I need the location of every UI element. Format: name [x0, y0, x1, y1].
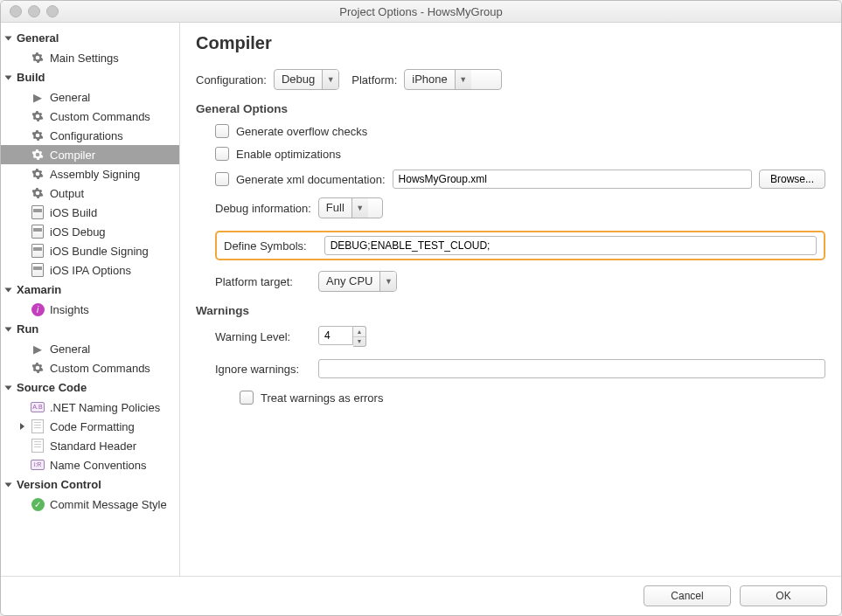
debug-info-value: Full: [319, 198, 351, 218]
sidebar-item-ios-debug[interactable]: iOS Debug: [1, 222, 179, 241]
platform-label: Platform:: [351, 73, 397, 87]
chevron-down-icon: ▼: [353, 337, 365, 347]
sidebar-item-ios-build[interactable]: iOS Build: [1, 203, 179, 222]
configuration-label: Configuration:: [196, 73, 267, 87]
naming-icon: A.B: [31, 400, 45, 414]
options-sidebar: General Main Settings Build ▶ General Cu…: [1, 23, 180, 576]
insights-icon: i: [31, 302, 45, 316]
chevron-down-icon: ▼: [322, 70, 338, 89]
gear-icon: [31, 128, 45, 142]
sidebar-item-label: Assembly Signing: [50, 168, 140, 181]
sidebar-item-label: Insights: [50, 303, 89, 316]
dialog-footer: Cancel OK: [1, 576, 841, 615]
sidebar-item-ios-bundle-signing[interactable]: iOS Bundle Signing: [1, 241, 179, 260]
sidebar-item-label: Standard Header: [50, 440, 136, 453]
define-symbols-highlight: Define Symbols:: [215, 231, 825, 260]
platform-select[interactable]: iPhone ▼: [404, 69, 502, 90]
sidebar-item-label: Custom Commands: [50, 110, 150, 123]
gear-icon: [31, 167, 45, 181]
sidebar-item-insights[interactable]: i Insights: [1, 300, 179, 319]
define-symbols-input[interactable]: [324, 236, 817, 255]
browse-button[interactable]: Browse...: [759, 170, 825, 189]
cancel-button[interactable]: Cancel: [644, 585, 731, 606]
overflow-checks-label: Generate overflow checks: [236, 125, 367, 138]
sidebar-item-standard-header[interactable]: Standard Header: [1, 436, 179, 455]
window-title: Project Options - HowsMyGroup: [1, 5, 841, 18]
device-icon: [31, 205, 45, 219]
category-general[interactable]: General: [1, 28, 179, 48]
document-icon: [31, 419, 45, 433]
sidebar-item-label: Output: [50, 187, 84, 200]
gear-icon: [31, 109, 45, 123]
naming-icon: i:R: [31, 458, 45, 472]
sidebar-item-run-custom-commands[interactable]: Custom Commands: [1, 358, 179, 377]
sidebar-item-run-general[interactable]: ▶ General: [1, 339, 179, 358]
sidebar-item-label: Code Formatting: [50, 420, 135, 433]
enable-optimizations-checkbox[interactable]: [215, 147, 229, 161]
ignore-warnings-label: Ignore warnings:: [215, 363, 311, 376]
device-icon: [31, 244, 45, 258]
category-version-control[interactable]: Version Control: [1, 474, 179, 495]
chevron-down-icon: ▼: [379, 272, 396, 291]
sidebar-item-label: iOS IPA Options: [50, 264, 131, 277]
debug-info-label: Debug information:: [215, 202, 311, 215]
sidebar-item-label: Commit Message Style: [50, 498, 167, 511]
sidebar-item-label: General: [50, 343, 90, 356]
titlebar: Project Options - HowsMyGroup: [1, 1, 841, 23]
sidebar-item-name-conventions[interactable]: i:R Name Conventions: [1, 455, 179, 474]
sidebar-item-output[interactable]: Output: [1, 183, 179, 203]
overflow-checks-checkbox[interactable]: [215, 124, 229, 138]
define-symbols-label: Define Symbols:: [224, 239, 307, 253]
sidebar-item-label: Configurations: [50, 129, 123, 142]
configuration-select[interactable]: Debug ▼: [274, 69, 339, 90]
platform-value: iPhone: [405, 70, 454, 89]
sidebar-item-custom-commands[interactable]: Custom Commands: [1, 107, 179, 126]
treat-warnings-label: Treat warnings as errors: [261, 391, 383, 405]
document-icon: [31, 439, 45, 453]
sidebar-item-commit-message-style[interactable]: ✓ Commit Message Style: [1, 495, 179, 514]
treat-warnings-checkbox[interactable]: [240, 391, 254, 405]
chevron-down-icon: ▼: [455, 70, 471, 89]
play-icon: ▶: [31, 90, 45, 104]
sidebar-item-code-formatting[interactable]: Code Formatting: [1, 417, 179, 436]
sidebar-item-ios-ipa-options[interactable]: iOS IPA Options: [1, 260, 179, 280]
platform-target-value: Any CPU: [319, 272, 379, 291]
warning-level-stepper[interactable]: ▲ ▼: [353, 326, 366, 347]
sidebar-item-assembly-signing[interactable]: Assembly Signing: [1, 164, 179, 183]
category-build[interactable]: Build: [1, 67, 179, 87]
xml-doc-input[interactable]: [393, 170, 752, 189]
category-run[interactable]: Run: [1, 319, 179, 339]
gear-icon: [31, 361, 45, 375]
category-xamarin[interactable]: Xamarin: [1, 280, 179, 300]
warning-level-label: Warning Level:: [215, 330, 311, 343]
category-source-code[interactable]: Source Code: [1, 377, 179, 398]
sidebar-item-compiler[interactable]: Compiler: [1, 145, 179, 164]
xml-doc-checkbox[interactable]: [215, 172, 229, 186]
sidebar-item-naming-policies[interactable]: A.B .NET Naming Policies: [1, 398, 179, 417]
warning-level-input[interactable]: [318, 326, 353, 345]
sidebar-item-main-settings[interactable]: Main Settings: [1, 48, 179, 67]
check-circle-icon: ✓: [31, 497, 45, 511]
section-warnings: Warnings: [196, 304, 825, 317]
sidebar-item-label: Name Conventions: [50, 459, 147, 472]
sidebar-item-label: General: [50, 91, 90, 104]
platform-target-select[interactable]: Any CPU ▼: [318, 271, 397, 292]
sidebar-item-build-general[interactable]: ▶ General: [1, 87, 179, 107]
configuration-value: Debug: [275, 70, 322, 89]
chevron-up-icon: ▲: [353, 327, 365, 337]
ignore-warnings-input[interactable]: [318, 359, 825, 378]
sidebar-item-label: iOS Build: [50, 206, 97, 219]
sidebar-item-configurations[interactable]: Configurations: [1, 126, 179, 145]
debug-info-select[interactable]: Full ▼: [318, 197, 383, 218]
ok-button[interactable]: OK: [740, 585, 827, 606]
sidebar-item-label: iOS Debug: [50, 225, 106, 239]
section-general-options: General Options: [196, 102, 825, 115]
sidebar-item-label: Custom Commands: [50, 362, 150, 375]
sidebar-item-label: .NET Naming Policies: [50, 401, 160, 414]
chevron-down-icon: ▼: [351, 198, 368, 218]
page-title: Compiler: [196, 33, 825, 53]
sidebar-item-label: Main Settings: [50, 52, 119, 65]
project-options-window: Project Options - HowsMyGroup General Ma…: [0, 0, 842, 616]
sidebar-item-label: iOS Bundle Signing: [50, 245, 149, 258]
gear-icon: [31, 51, 45, 65]
